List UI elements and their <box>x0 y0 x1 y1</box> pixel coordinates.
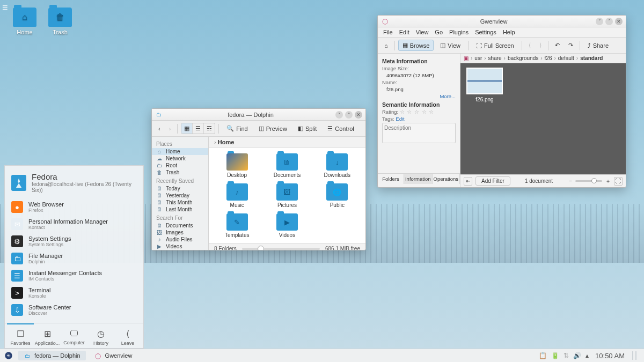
menu-plugins[interactable]: Plugins <box>449 29 469 35</box>
icons-view-button[interactable]: ▦ <box>181 123 193 134</box>
kickoff-item[interactable]: ●Web BrowserFirefox <box>5 198 143 216</box>
task-entry[interactable]: 🗀fedora — Dolphin <box>18 351 86 360</box>
menu-edit[interactable]: Edit <box>399 29 409 35</box>
folder-item[interactable]: ♪Music <box>213 183 261 208</box>
zoom-slider[interactable] <box>242 248 320 250</box>
split-button[interactable]: ◧Split <box>294 123 321 134</box>
menu-settings[interactable]: Settings <box>475 29 496 35</box>
menu-help[interactable]: Help <box>503 29 515 35</box>
breadcrumb[interactable]: › Home <box>209 137 365 148</box>
share-button[interactable]: ⤴Share <box>583 40 613 51</box>
places-search[interactable]: ♪Audio Files <box>152 236 208 243</box>
battery-tray-icon[interactable]: 🔋 <box>551 352 559 359</box>
folder-item[interactable]: 🌐Public <box>313 183 361 208</box>
minimize-button[interactable]: ˅ <box>596 18 603 25</box>
panel-edit-handle[interactable] <box>632 351 636 360</box>
path-breadcrumb[interactable]: ▣›usr›share›backgrounds›f26›default›stan… <box>460 54 626 63</box>
places-search[interactable]: 🖼Images <box>152 229 208 236</box>
places-entry[interactable]: 🗀Root <box>152 162 208 169</box>
menu-view[interactable]: View <box>416 29 429 35</box>
breadcrumb-segment[interactable]: standard <box>580 55 603 61</box>
tray-expand-icon[interactable]: ▴ <box>586 352 589 359</box>
clock[interactable]: 10:50 AM <box>595 352 625 360</box>
description-input[interactable] <box>382 123 456 143</box>
zoom-slider[interactable] <box>575 180 602 182</box>
view-button[interactable]: ◫View <box>436 40 465 51</box>
kickoff-item[interactable]: ⚙System SettingsSystem Settings <box>5 233 143 250</box>
breadcrumb-segment[interactable]: usr <box>474 55 482 61</box>
breadcrumb-segment[interactable]: f26 <box>545 55 552 61</box>
sidebar-tab[interactable]: Folders <box>378 174 404 184</box>
sidebar-tab[interactable]: Information <box>404 174 433 184</box>
places-entry[interactable]: ☁Network <box>152 155 208 162</box>
zoom-in-icon[interactable]: ＋ <box>605 178 611 185</box>
breadcrumb-segment[interactable]: default <box>558 55 574 61</box>
back-button[interactable]: ‹ <box>155 123 164 134</box>
folder-item[interactable]: ✎Templates <box>213 213 261 238</box>
maximize-button[interactable]: ˄ <box>345 111 353 119</box>
kickoff-tab[interactable]: ☐Favorites <box>7 323 34 346</box>
network-tray-icon[interactable]: ⇅ <box>564 352 569 359</box>
next-button[interactable]: ⟩ <box>536 40 545 51</box>
kickoff-tab[interactable]: ⟨Leave <box>114 327 141 346</box>
places-entry[interactable]: 🗑Trash <box>152 169 208 176</box>
rating-stars[interactable]: ☆ ☆ ☆ ☆ ☆ <box>400 109 435 115</box>
more-link[interactable]: More... <box>382 93 456 99</box>
breadcrumb-segment[interactable]: share <box>488 55 502 61</box>
zoom-out-icon[interactable]: − <box>569 178 572 184</box>
trash-folder[interactable]: 🗑Trash <box>44 8 76 35</box>
forward-button[interactable]: › <box>166 123 174 134</box>
compact-view-button[interactable]: ☰ <box>193 123 204 134</box>
clipboard-tray-icon[interactable]: 📋 <box>539 352 547 359</box>
kickoff-item[interactable]: ☰Instant Messenger ContactsIM Contacts <box>5 267 143 284</box>
close-button[interactable]: ✕ <box>355 111 362 119</box>
places-search[interactable]: ▶Videos <box>152 243 208 250</box>
task-entry[interactable]: ◯Gwenview <box>89 351 138 360</box>
folder-item[interactable]: 🖼Pictures <box>263 183 311 208</box>
kickoff-launcher[interactable] <box>2 349 15 362</box>
maximize-button[interactable]: ˄ <box>605 18 613 25</box>
kickoff-tab[interactable]: 🖵Computer <box>61 327 87 346</box>
places-entry[interactable]: ⌂Home <box>152 148 208 155</box>
menu-go[interactable]: Go <box>435 29 443 35</box>
sidebar-toggle-button[interactable]: ⇤ <box>464 177 472 186</box>
kickoff-tab[interactable]: ◷History <box>87 327 114 346</box>
minimize-button[interactable]: ˅ <box>335 111 343 119</box>
kickoff-tab[interactable]: ⊞Applicatio... <box>34 327 61 346</box>
folder-view[interactable]: Desktop🗎Documents↓Downloads♪Music🖼Pictur… <box>209 148 365 243</box>
kickoff-item[interactable]: 🗀File ManagerDolphin <box>5 250 143 267</box>
control-button[interactable]: ☰Control <box>323 123 358 134</box>
places-recent[interactable]: 🗓Yesterday <box>152 192 208 199</box>
details-view-button[interactable]: ☶ <box>204 123 215 134</box>
thumbnail-view[interactable]: f26.png <box>460 63 626 174</box>
preview-button[interactable]: ◫Preview <box>254 123 291 134</box>
kickoff-item[interactable]: ✉Personal Information ManagerKontact <box>5 216 143 233</box>
thumbnail-item[interactable]: f26.png <box>465 68 504 102</box>
find-button[interactable]: 🔍Find <box>222 123 252 134</box>
add-filter-button[interactable]: Add Filter <box>475 176 510 186</box>
browse-button[interactable]: ▦Browse <box>398 40 434 51</box>
fullscreen-button[interactable]: ⛶Full Screen <box>472 40 518 51</box>
tags-edit-link[interactable]: Edit <box>396 116 404 122</box>
rotate-left-button[interactable]: ↶ <box>552 40 563 51</box>
menu-file[interactable]: File <box>383 29 393 35</box>
places-recent[interactable]: 🗓Today <box>152 185 208 192</box>
volume-tray-icon[interactable]: 🔊 <box>573 352 581 359</box>
folder-item[interactable]: ↓Downloads <box>313 153 361 178</box>
home-button[interactable]: ⌂ <box>381 40 391 51</box>
places-recent[interactable]: 🗓This Month <box>152 199 208 206</box>
places-search[interactable]: 🗎Documents <box>152 222 208 229</box>
close-button[interactable]: ✕ <box>615 18 623 25</box>
kickoff-item[interactable]: ⇩Software CenterDiscover <box>5 301 143 319</box>
breadcrumb-segment[interactable]: backgrounds <box>508 55 538 61</box>
kickoff-item[interactable]: >TerminalKonsole <box>5 284 143 301</box>
places-recent[interactable]: 🗓Last Month <box>152 206 208 213</box>
desktop-menu-icon[interactable]: ≡ <box>2 2 8 13</box>
folder-item[interactable]: Desktop <box>213 153 261 178</box>
rotate-right-button[interactable]: ↷ <box>565 40 576 51</box>
sidebar-tab[interactable]: Operations <box>433 174 460 184</box>
folder-item[interactable]: ▶Videos <box>263 213 311 238</box>
previous-button[interactable]: ⟨ <box>525 40 534 51</box>
folder-item[interactable]: 🗎Documents <box>263 153 311 178</box>
home-folder[interactable]: ⌂Home <box>9 8 41 35</box>
